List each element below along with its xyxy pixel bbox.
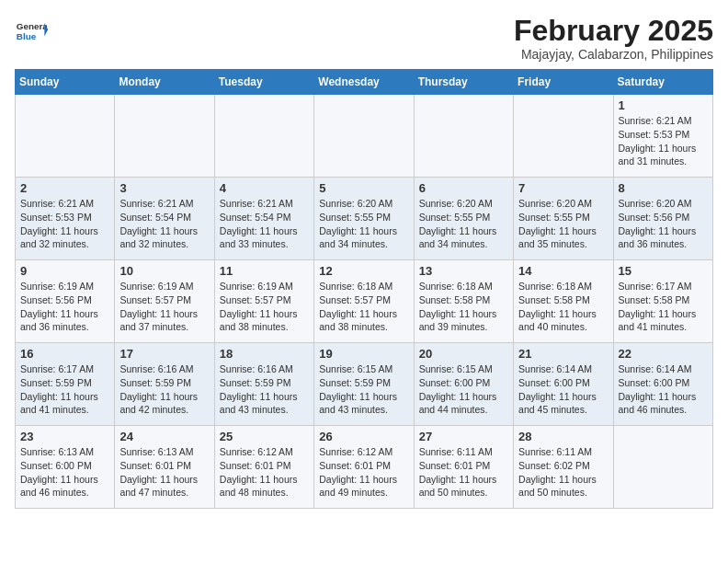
day-number: 20 <box>419 347 508 361</box>
day-header-wednesday: Wednesday <box>314 70 414 95</box>
day-number: 7 <box>518 181 608 195</box>
day-info: Sunrise: 6:18 AM Sunset: 5:58 PM Dayligh… <box>518 280 608 334</box>
day-info: Sunrise: 6:11 AM Sunset: 6:02 PM Dayligh… <box>518 445 608 500</box>
calendar-cell: 16Sunrise: 6:17 AM Sunset: 5:59 PM Dayli… <box>16 343 115 426</box>
day-number: 24 <box>119 430 209 443</box>
calendar-week-4: 16Sunrise: 6:17 AM Sunset: 5:59 PM Dayli… <box>16 343 713 426</box>
calendar-cell: 26Sunrise: 6:12 AM Sunset: 6:01 PM Dayli… <box>314 426 414 509</box>
calendar-cell <box>16 95 115 178</box>
day-number: 11 <box>220 264 309 278</box>
calendar-cell: 17Sunrise: 6:16 AM Sunset: 5:59 PM Dayli… <box>115 343 214 426</box>
generalblue-logo-icon: General Blue <box>15 15 48 48</box>
day-number: 28 <box>518 430 608 443</box>
day-info: Sunrise: 6:19 AM Sunset: 5:56 PM Dayligh… <box>20 280 109 334</box>
day-number: 2 <box>20 181 109 195</box>
day-info: Sunrise: 6:12 AM Sunset: 6:01 PM Dayligh… <box>319 445 408 500</box>
day-header-friday: Friday <box>514 70 613 95</box>
day-info: Sunrise: 6:16 AM Sunset: 5:59 PM Dayligh… <box>119 362 209 417</box>
day-info: Sunrise: 6:17 AM Sunset: 5:59 PM Dayligh… <box>20 362 109 417</box>
calendar-week-3: 9Sunrise: 6:19 AM Sunset: 5:56 PM Daylig… <box>16 260 713 343</box>
calendar-cell: 3Sunrise: 6:21 AM Sunset: 5:54 PM Daylig… <box>115 178 214 260</box>
day-info: Sunrise: 6:21 AM Sunset: 5:54 PM Dayligh… <box>220 197 309 251</box>
calendar-cell: 22Sunrise: 6:14 AM Sunset: 6:00 PM Dayli… <box>613 343 712 426</box>
day-info: Sunrise: 6:14 AM Sunset: 6:00 PM Dayligh… <box>518 362 608 417</box>
calendar-cell: 13Sunrise: 6:18 AM Sunset: 5:58 PM Dayli… <box>414 260 513 343</box>
calendar-cell: 10Sunrise: 6:19 AM Sunset: 5:57 PM Dayli… <box>115 260 214 343</box>
page-header: General Blue February 2025 Majayjay, Cal… <box>15 15 713 62</box>
day-header-tuesday: Tuesday <box>214 70 313 95</box>
calendar-week-2: 2Sunrise: 6:21 AM Sunset: 5:53 PM Daylig… <box>16 178 713 260</box>
calendar-week-5: 23Sunrise: 6:13 AM Sunset: 6:00 PM Dayli… <box>16 426 713 509</box>
calendar-cell: 6Sunrise: 6:20 AM Sunset: 5:55 PM Daylig… <box>414 178 513 260</box>
day-number: 19 <box>319 347 408 361</box>
day-info: Sunrise: 6:11 AM Sunset: 6:01 PM Dayligh… <box>419 445 508 500</box>
calendar-cell: 12Sunrise: 6:18 AM Sunset: 5:57 PM Dayli… <box>314 260 414 343</box>
day-info: Sunrise: 6:18 AM Sunset: 5:57 PM Dayligh… <box>319 280 408 334</box>
calendar-cell <box>115 95 214 178</box>
day-header-saturday: Saturday <box>613 70 712 95</box>
calendar-cell: 21Sunrise: 6:14 AM Sunset: 6:00 PM Dayli… <box>514 343 613 426</box>
calendar-cell: 2Sunrise: 6:21 AM Sunset: 5:53 PM Daylig… <box>16 178 115 260</box>
calendar-cell: 25Sunrise: 6:12 AM Sunset: 6:01 PM Dayli… <box>214 426 313 509</box>
day-info: Sunrise: 6:13 AM Sunset: 6:01 PM Dayligh… <box>119 445 209 500</box>
day-info: Sunrise: 6:21 AM Sunset: 5:53 PM Dayligh… <box>619 114 708 168</box>
calendar-body: 1Sunrise: 6:21 AM Sunset: 5:53 PM Daylig… <box>16 95 713 509</box>
day-info: Sunrise: 6:20 AM Sunset: 5:56 PM Dayligh… <box>619 197 708 251</box>
day-number: 27 <box>419 430 508 443</box>
day-number: 17 <box>119 347 209 361</box>
day-number: 18 <box>220 347 309 361</box>
day-info: Sunrise: 6:21 AM Sunset: 5:53 PM Dayligh… <box>20 197 109 251</box>
day-header-monday: Monday <box>115 70 214 95</box>
day-info: Sunrise: 6:19 AM Sunset: 5:57 PM Dayligh… <box>119 280 209 334</box>
day-number: 13 <box>419 264 508 278</box>
day-number: 10 <box>119 264 209 278</box>
calendar-cell: 14Sunrise: 6:18 AM Sunset: 5:58 PM Dayli… <box>514 260 613 343</box>
calendar-cell: 4Sunrise: 6:21 AM Sunset: 5:54 PM Daylig… <box>214 178 313 260</box>
day-info: Sunrise: 6:20 AM Sunset: 5:55 PM Dayligh… <box>319 197 408 251</box>
day-number: 16 <box>20 347 109 361</box>
day-number: 12 <box>319 264 408 278</box>
calendar-cell: 20Sunrise: 6:15 AM Sunset: 6:00 PM Dayli… <box>414 343 513 426</box>
day-info: Sunrise: 6:15 AM Sunset: 5:59 PM Dayligh… <box>319 362 408 417</box>
day-number: 6 <box>419 181 508 195</box>
day-number: 25 <box>220 430 309 443</box>
day-number: 26 <box>319 430 408 443</box>
day-number: 4 <box>220 181 309 195</box>
day-info: Sunrise: 6:20 AM Sunset: 5:55 PM Dayligh… <box>518 197 608 251</box>
day-number: 9 <box>20 264 109 278</box>
day-info: Sunrise: 6:16 AM Sunset: 5:59 PM Dayligh… <box>220 362 309 417</box>
day-info: Sunrise: 6:13 AM Sunset: 6:00 PM Dayligh… <box>20 445 109 500</box>
calendar-cell: 18Sunrise: 6:16 AM Sunset: 5:59 PM Dayli… <box>214 343 313 426</box>
calendar-header-row: SundayMondayTuesdayWednesdayThursdayFrid… <box>16 70 713 95</box>
calendar-cell: 11Sunrise: 6:19 AM Sunset: 5:57 PM Dayli… <box>214 260 313 343</box>
day-info: Sunrise: 6:18 AM Sunset: 5:58 PM Dayligh… <box>419 280 508 334</box>
day-header-thursday: Thursday <box>414 70 513 95</box>
calendar-cell: 9Sunrise: 6:19 AM Sunset: 5:56 PM Daylig… <box>16 260 115 343</box>
day-number: 22 <box>619 347 708 361</box>
day-number: 15 <box>619 264 708 278</box>
day-number: 23 <box>20 430 109 443</box>
calendar-cell: 24Sunrise: 6:13 AM Sunset: 6:01 PM Dayli… <box>115 426 214 509</box>
day-number: 21 <box>518 347 608 361</box>
day-number: 14 <box>518 264 608 278</box>
location-subtitle: Majayjay, Calabarzon, Philippines <box>514 47 713 62</box>
day-info: Sunrise: 6:19 AM Sunset: 5:57 PM Dayligh… <box>220 280 309 334</box>
calendar-cell: 5Sunrise: 6:20 AM Sunset: 5:55 PM Daylig… <box>314 178 414 260</box>
svg-text:General: General <box>17 21 48 31</box>
day-number: 8 <box>619 181 708 195</box>
title-block: February 2025 Majayjay, Calabarzon, Phil… <box>514 15 713 62</box>
day-info: Sunrise: 6:21 AM Sunset: 5:54 PM Dayligh… <box>119 197 209 251</box>
calendar-cell: 27Sunrise: 6:11 AM Sunset: 6:01 PM Dayli… <box>414 426 513 509</box>
calendar-cell: 19Sunrise: 6:15 AM Sunset: 5:59 PM Dayli… <box>314 343 414 426</box>
day-header-sunday: Sunday <box>16 70 115 95</box>
calendar-week-1: 1Sunrise: 6:21 AM Sunset: 5:53 PM Daylig… <box>16 95 713 178</box>
calendar-cell: 15Sunrise: 6:17 AM Sunset: 5:58 PM Dayli… <box>613 260 712 343</box>
calendar-cell: 28Sunrise: 6:11 AM Sunset: 6:02 PM Dayli… <box>514 426 613 509</box>
calendar-cell <box>214 95 313 178</box>
day-number: 3 <box>119 181 209 195</box>
day-info: Sunrise: 6:14 AM Sunset: 6:00 PM Dayligh… <box>619 362 708 417</box>
day-info: Sunrise: 6:17 AM Sunset: 5:58 PM Dayligh… <box>619 280 708 334</box>
calendar-table: SundayMondayTuesdayWednesdayThursdayFrid… <box>15 69 713 509</box>
calendar-cell <box>314 95 414 178</box>
logo: General Blue <box>15 15 48 48</box>
